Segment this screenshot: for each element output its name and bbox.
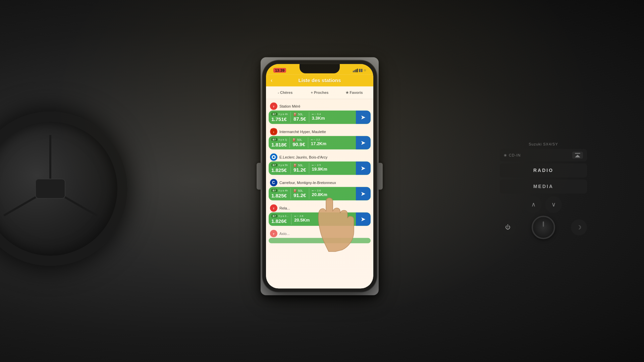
station-item-5: T Rela... B7 Il y a 2... 1.826€: [269, 203, 371, 226]
pump-icon-3: ⛽ 50L: [293, 164, 306, 167]
dist-value-2: 17.2Km: [311, 141, 353, 146]
station-name-4: Carrefour, Montigny-le-Bretonneux: [279, 181, 336, 185]
eject-button[interactable]: [572, 152, 583, 159]
station-header-5: T Rela...: [269, 203, 371, 213]
price-card-2[interactable]: B7 Il y a 1j 1.818€ ⛽ 50L 90.9€: [269, 136, 371, 149]
dist-section-1: ••→ 0.4 3.3Km: [309, 111, 356, 124]
price-card-6[interactable]: [269, 238, 371, 243]
pump-icon-4: ⛽ 50L: [293, 189, 306, 192]
nav-arrow-icon-4: ➤: [361, 190, 366, 197]
phone-notch: [300, 64, 340, 73]
phone-mount-container: 13:39 ▊▊ ⊡ ‹ Liste d: [261, 57, 379, 295]
media-button[interactable]: MEDIA: [500, 179, 587, 193]
time-label-2: Il y a 1j: [278, 138, 287, 141]
tab-cheap[interactable]: - Chères: [269, 88, 302, 97]
mount-clamp-left: [257, 163, 262, 190]
station-logo-5: T: [270, 204, 277, 212]
station-name-2: Intermarché Hyper, Maulette: [279, 130, 326, 134]
price-section-5: B7 Il y a 2... 1.826€: [269, 213, 291, 226]
fuel-badge-4: B7: [271, 189, 277, 192]
back-button[interactable]: ‹: [271, 77, 272, 83]
price-card-1[interactable]: B7 Il y a 4h 1.751€ ⛽ 50L 87.5€: [269, 111, 371, 124]
fuel-badge-5: B7: [271, 215, 277, 218]
app-header: ‹ Liste des stations: [266, 75, 373, 86]
power-button[interactable]: ⏻: [500, 219, 516, 235]
price-card-3[interactable]: B7 Il y a 5h 1.825€ ⛽ 50L 91.2€: [269, 162, 371, 175]
cd-icon: ◉: [504, 153, 507, 157]
station-header-4: C Carrefour, Montigny-le-Bretonneux: [269, 178, 371, 187]
station-header-6: T Axio...: [269, 229, 371, 238]
nav-button-2[interactable]: ➤: [356, 136, 371, 149]
up-button[interactable]: ∧: [525, 196, 542, 213]
tab-close[interactable]: + Proches: [303, 88, 336, 97]
station-header-1: T Station Méré: [269, 101, 371, 111]
station-header-3: E.Leclerc Jaurès, Bois-d'Arcy: [269, 152, 371, 162]
radio-button[interactable]: RADIO: [500, 163, 587, 177]
dist-value-3: 19.9Km: [312, 167, 353, 172]
price-value-1: 1.751€: [271, 116, 288, 122]
total-section-2: ⛽ 50L 90.9€: [290, 136, 308, 149]
dist-value-5: 20.5Km: [294, 218, 353, 223]
dist-section-2: ••→ 2.2 17.2Km: [308, 136, 356, 149]
station-item-6: T Axio...: [269, 229, 371, 243]
station-item-4: C Carrefour, Montigny-le-Bretonneux B7 I…: [269, 178, 371, 200]
svg-point-6: [273, 156, 275, 158]
price-value-2: 1.818€: [271, 142, 287, 147]
pump-icon-1: ⛽ 50L: [293, 113, 306, 116]
station-logo-6: T: [270, 230, 277, 237]
station-list: T Station Méré B7 Il y a 4h 1.751€: [266, 99, 373, 289]
station-name-5: Rela...: [279, 206, 290, 210]
nav-button-5[interactable]: ➤: [356, 213, 371, 226]
status-time: 13:39: [273, 68, 286, 73]
station-name-3: E.Leclerc Jaurès, Bois-d'Arcy: [279, 155, 327, 159]
filter-tabs: - Chères + Proches ★ Favoris: [266, 86, 373, 99]
svg-text:T: T: [273, 105, 275, 108]
price-card-4[interactable]: B7 Il y a 4h 1.825€ ⛽ 50L 91.2€: [269, 187, 371, 200]
volume-knob[interactable]: [532, 216, 555, 239]
price-card-5[interactable]: B7 Il y a 2... 1.826€ ••→ 2.6 20.5Km: [269, 213, 371, 226]
pump-icon-2: ⛽ 50L: [292, 138, 305, 141]
fuel-badge-3: B7: [271, 164, 277, 167]
dist-arrows-1: ••→ 0.4: [312, 113, 353, 116]
dist-arrows-3: ••→ 2.5: [312, 164, 353, 167]
page-title: Liste des stations: [299, 77, 341, 83]
station-item-3: E.Leclerc Jaurès, Bois-d'Arcy B7 Il y a …: [269, 152, 371, 175]
svg-text:T: T: [273, 207, 275, 210]
nav-arrow-icon-2: ➤: [361, 139, 366, 146]
nav-button-1[interactable]: ➤: [356, 111, 371, 124]
moon-icon: ☽: [577, 224, 581, 231]
down-arrow-icon: ∨: [551, 201, 556, 208]
price-section-4: B7 Il y a 4h 1.825€: [269, 187, 290, 200]
dist-section-4: ••→ 2.6 20.8Km: [309, 187, 356, 200]
price-section-3: B7 Il y a 5h 1.825€: [269, 162, 290, 175]
nav-button-4[interactable]: ➤: [356, 187, 371, 200]
total-section-1: ⛽ 50L 87.5€: [291, 111, 309, 124]
media-label: MEDIA: [533, 184, 553, 189]
svg-text:I: I: [273, 131, 274, 133]
total-value-4: 91.2€: [293, 192, 306, 198]
nav-button-3[interactable]: ➤: [356, 162, 371, 175]
tab-favorites[interactable]: ★ Favoris: [337, 88, 371, 97]
up-arrow-icon: ∧: [531, 201, 536, 208]
brand-label: Suzuki SX4/SY: [500, 142, 587, 146]
station-item-1: T Station Méré B7 Il y a 4h 1.751€: [269, 101, 371, 124]
station-logo-4: C: [270, 179, 277, 186]
station-name-6: Axio...: [279, 232, 290, 236]
total-value-2: 90.9€: [292, 141, 305, 147]
time-label-5: Il y a 2...: [278, 215, 288, 218]
dist-section-5: ••→ 2.6 20.5Km: [291, 213, 356, 226]
car-console: Suzuki SX4/SY ◉ CD-IN RADIO MEDIA ∧ ∨ ⏻: [500, 142, 587, 239]
fuel-badge-1: B7: [271, 113, 277, 116]
nav-arrow-icon-1: ➤: [361, 114, 366, 121]
price-value-4: 1.825€: [271, 193, 288, 198]
nav-arrow-icon-5: ➤: [361, 216, 366, 223]
total-value-1: 87.5€: [293, 116, 306, 122]
time-label-4: Il y a 4h: [278, 189, 288, 192]
price-section-2: B7 Il y a 1j 1.818€: [269, 136, 289, 149]
moon-button[interactable]: ☽: [571, 219, 587, 235]
phone-frame: 13:39 ▊▊ ⊡ ‹ Liste d: [263, 61, 377, 292]
total-section-4: ⛽ 50L 91.2€: [291, 187, 309, 200]
dist-section-3: ••→ 2.5 19.9Km: [309, 162, 356, 175]
down-button[interactable]: ∨: [545, 196, 562, 213]
eject-line-top: [575, 153, 580, 154]
